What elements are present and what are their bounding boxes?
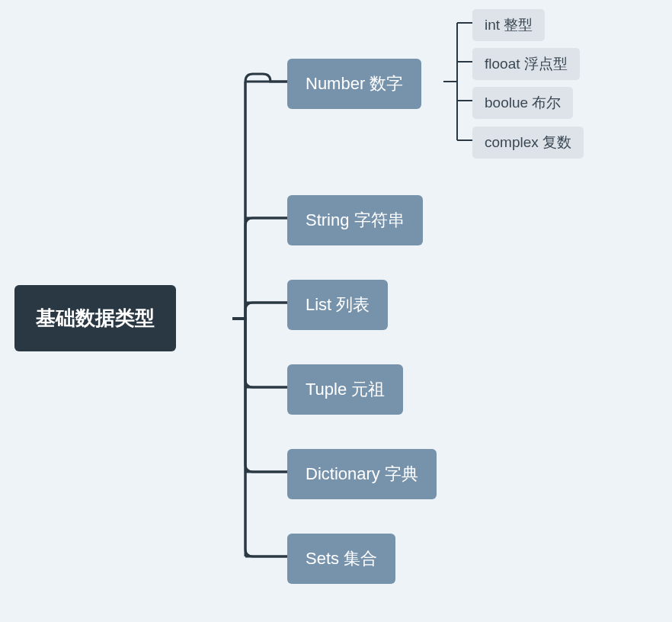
leaf-label: flooat 浮点型: [485, 54, 568, 74]
node-label: Sets 集合: [306, 547, 377, 570]
leaf-complex: complex 复数: [472, 127, 584, 159]
leaf-float: flooat 浮点型: [472, 48, 580, 80]
node-label: String 字符串: [306, 209, 405, 232]
node-tuple: Tuple 元祖: [287, 364, 403, 415]
leaf-label: complex 复数: [485, 133, 571, 152]
node-label: Tuple 元祖: [306, 378, 385, 401]
node-label: List 列表: [306, 293, 370, 316]
root-label: 基础数据类型: [36, 305, 155, 332]
node-string: String 字符串: [287, 195, 423, 245]
root-node: 基础数据类型: [14, 285, 176, 351]
node-label: Number 数字: [306, 72, 403, 95]
node-number: Number 数字: [287, 59, 421, 109]
node-list: List 列表: [287, 280, 388, 330]
node-label: Dictionary 字典: [306, 463, 418, 486]
leaf-label: boolue 布尔: [485, 93, 561, 113]
node-sets: Sets 集合: [287, 534, 395, 584]
node-dictionary: Dictionary 字典: [287, 449, 437, 499]
leaf-label: int 整型: [485, 15, 533, 35]
leaf-int: int 整型: [472, 9, 545, 41]
leaf-bool: boolue 布尔: [472, 87, 573, 119]
